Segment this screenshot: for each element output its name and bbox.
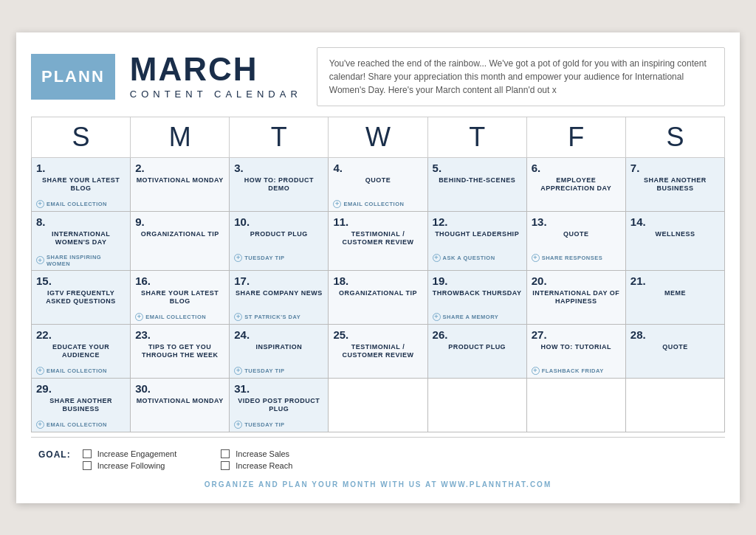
day-number: 24. (234, 328, 323, 341)
tag-label: SHARE RESPONSES (542, 255, 603, 261)
calendar-day-cell: 12.THOUGHT LEADERSHIP+ASK A QUESTION (427, 211, 526, 270)
day-number: 12. (433, 215, 522, 228)
day-content-text: ORGANIZATIONAL TIP (333, 289, 422, 310)
day-tag: +ST PATRICK'S DAY (234, 313, 323, 321)
goals-grid: Increase EngagementIncrease SalesIncreas… (83, 449, 315, 470)
day-content-text: EMPLOYEE APPRECIATION DAY (532, 176, 621, 197)
tag-label: SHARE A MEMORY (443, 314, 499, 320)
month-title: MARCH (130, 53, 302, 86)
calendar-day-cell: 10.PRODUCT PLUG+TUESDAY TIP (230, 211, 329, 270)
goal-item: Increase Following (83, 461, 177, 470)
calendar-day-cell: 8.INTERNATIONAL WOMEN'S DAY+SHARE INSPIR… (32, 211, 131, 270)
day-content-text: TESTIMONIAL / CUSTOMER REVIEW (333, 343, 422, 364)
day-number: 17. (234, 275, 323, 287)
calendar-table: SMTWTFS 1.SHARE YOUR LATEST BLOG+EMAIL C… (31, 117, 725, 432)
day-tag: +EMAIL COLLECTION (36, 200, 126, 208)
tag-label: SHARE INSPIRING WOMEN (47, 254, 126, 267)
day-content-text: QUOTE (532, 230, 621, 251)
day-tag: +ASK A QUESTION (433, 254, 522, 262)
day-of-week-header: F (526, 117, 625, 157)
day-number: 25. (333, 328, 422, 341)
plus-icon: + (36, 367, 44, 375)
calendar-day-cell: 9.ORGANIZATIONAL TIP (131, 211, 230, 270)
plus-icon: + (234, 367, 242, 375)
calendar-day-cell: 26.PRODUCT PLUG (427, 324, 526, 378)
day-content-text: IGTV FREQUENTLY ASKED QUESTIONS (36, 289, 126, 310)
goals-section: GOAL: Increase EngagementIncrease SalesI… (31, 445, 725, 474)
day-tag: +EMAIL COLLECTION (36, 367, 126, 375)
calendar-week-row: 1.SHARE YOUR LATEST BLOG+EMAIL COLLECTIO… (32, 157, 725, 211)
calendar-day-cell (329, 378, 427, 432)
calendar-day-cell: 5.BEHIND-THE-SCENES (427, 157, 526, 211)
day-of-week-header: S (625, 117, 724, 157)
day-number: 8. (36, 215, 126, 228)
tag-label: ST PATRICK'S DAY (244, 314, 300, 320)
day-number: 3. (234, 162, 323, 174)
day-number: 28. (630, 328, 720, 341)
calendar-day-cell: 14.WELLNESS (625, 211, 724, 270)
tag-label: EMAIL COLLECTION (145, 314, 206, 320)
tag-label: EMAIL COLLECTION (47, 421, 107, 428)
day-tag: +TUESDAY TIP (234, 367, 323, 375)
calendar-day-cell: 19.THROWBACK THURSDAY+SHARE A MEMORY (427, 270, 526, 324)
day-content-text: INSPIRATION (234, 343, 323, 364)
day-number: 7. (630, 162, 720, 174)
day-tag: +EMAIL COLLECTION (333, 200, 422, 208)
day-tag: +TUESDAY TIP (234, 254, 323, 262)
day-number: 15. (36, 275, 126, 287)
calendar-day-cell: 16.SHARE YOUR LATEST BLOG+EMAIL COLLECTI… (131, 270, 230, 324)
plus-icon: + (333, 200, 341, 208)
page: PLANN MARCH CONTENT CALENDAR You've reac… (16, 32, 740, 503)
goal-checkbox[interactable] (221, 449, 230, 458)
day-number: 31. (234, 382, 323, 395)
day-content-text: THROWBACK THURSDAY (433, 289, 522, 310)
calendar-day-cell: 22.EDUCATE YOUR AUDIENCE+EMAIL COLLECTIO… (32, 324, 131, 378)
goal-checkbox[interactable] (83, 461, 92, 470)
calendar-week-row: 8.INTERNATIONAL WOMEN'S DAY+SHARE INSPIR… (32, 211, 725, 270)
day-content-text: TIPS TO GET YOU THROUGH THE WEEK (135, 343, 224, 364)
goal-text: Increase Following (97, 461, 165, 470)
day-number: 10. (234, 215, 323, 228)
day-number: 26. (433, 328, 522, 341)
plus-icon: + (234, 313, 242, 321)
goal-item: Increase Reach (221, 461, 315, 470)
day-number: 11. (333, 215, 422, 228)
plus-icon: + (433, 313, 441, 321)
calendar-day-cell (526, 378, 625, 432)
day-content-text: SHARE COMPANY NEWS (234, 289, 323, 310)
calendar-day-cell: 2.MOTIVATIONAL MONDAY (131, 157, 230, 211)
plus-icon: + (36, 256, 44, 264)
tag-label: EMAIL COLLECTION (47, 367, 107, 374)
calendar-day-cell (427, 378, 526, 432)
goal-checkbox[interactable] (221, 461, 230, 470)
calendar-day-cell: 30.MOTIVATIONAL MONDAY (131, 378, 230, 432)
day-content-text: PRODUCT PLUG (234, 230, 323, 251)
day-content-text: SHARE ANOTHER BUSINESS (36, 397, 126, 418)
day-of-week-header: W (329, 117, 427, 157)
day-of-week-header: M (131, 117, 230, 157)
day-tag: +SHARE RESPONSES (532, 254, 621, 262)
plus-icon: + (433, 254, 441, 262)
day-content-text: MEME (630, 289, 720, 310)
goal-checkbox[interactable] (83, 449, 92, 458)
footer-text: ORGANIZE AND PLAN YOUR MONTH WITH US AT … (31, 480, 725, 489)
day-number: 18. (333, 275, 422, 287)
calendar-day-cell: 18.ORGANIZATIONAL TIP (329, 270, 427, 324)
tag-label: TUESDAY TIP (244, 421, 284, 428)
calendar-subtitle: CONTENT CALENDAR (130, 89, 302, 100)
day-number: 6. (532, 162, 621, 174)
calendar-day-cell: 15.IGTV FREQUENTLY ASKED QUESTIONS (32, 270, 131, 324)
day-number: 13. (532, 215, 621, 228)
calendar-day-cell: 7.SHARE ANOTHER BUSINESS (625, 157, 724, 211)
day-tag: +FLASHBACK FRIDAY (532, 367, 621, 375)
goal-item: Increase Sales (221, 449, 315, 458)
day-tag: +SHARE A MEMORY (433, 313, 522, 321)
tag-label: FLASHBACK FRIDAY (542, 367, 604, 374)
day-content-text: EDUCATE YOUR AUDIENCE (36, 343, 126, 364)
calendar-week-row: 15.IGTV FREQUENTLY ASKED QUESTIONS16.SHA… (32, 270, 725, 324)
title-block: MARCH CONTENT CALENDAR (130, 53, 302, 100)
calendar-day-cell: 17.SHARE COMPANY NEWS+ST PATRICK'S DAY (230, 270, 329, 324)
day-of-week-header: T (427, 117, 526, 157)
day-number: 30. (135, 382, 224, 395)
day-tag: +TUESDAY TIP (234, 421, 323, 429)
